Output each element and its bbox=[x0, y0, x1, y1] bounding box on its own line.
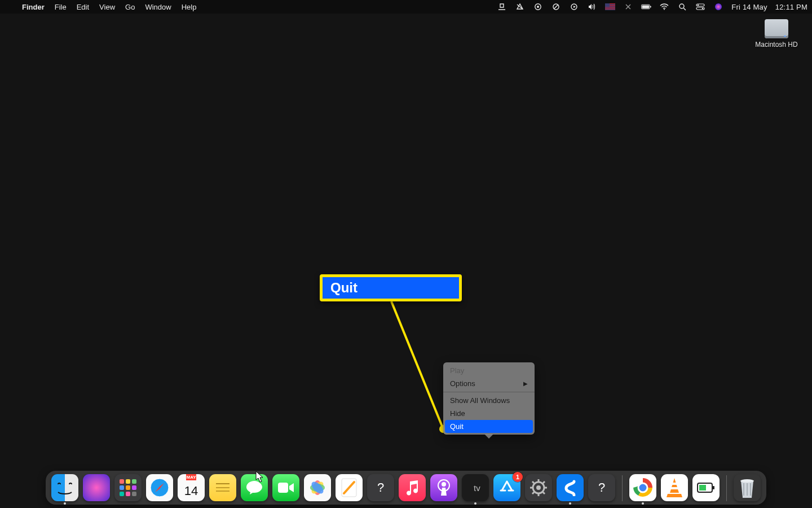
svg-rect-13 bbox=[642, 5, 650, 8]
status-icon-3[interactable] bbox=[533, 2, 543, 12]
ctx-item-quit[interactable]: Quit bbox=[445, 420, 533, 433]
dock-app-calendar[interactable]: MAY14 bbox=[178, 474, 205, 501]
dock-app-unknown-1[interactable]: ? bbox=[367, 474, 394, 501]
dock-app-safari[interactable] bbox=[146, 474, 173, 501]
do-not-disturb-icon[interactable] bbox=[551, 2, 561, 12]
menu-file[interactable]: File bbox=[50, 3, 72, 11]
dock-app-notes[interactable] bbox=[209, 474, 236, 501]
menu-edit[interactable]: Edit bbox=[72, 3, 94, 11]
menu-bar-right: Fri 14 May 12:11 PM bbox=[497, 2, 807, 12]
dock-context-menu: Play Options▶ Show All Windows Hide Quit bbox=[443, 362, 535, 435]
dock-app-battery[interactable] bbox=[692, 474, 720, 501]
dock-app-launchpad[interactable] bbox=[114, 474, 142, 501]
svg-rect-12 bbox=[650, 6, 651, 8]
svg-line-45 bbox=[543, 492, 545, 494]
svg-line-22 bbox=[391, 301, 443, 429]
dock-app-photos[interactable] bbox=[304, 474, 331, 501]
svg-rect-9 bbox=[605, 8, 615, 10]
siri-menu-icon[interactable] bbox=[713, 2, 723, 12]
ctx-menu-arrow bbox=[484, 434, 493, 439]
dock-app-tv[interactable]: tv bbox=[462, 474, 489, 501]
dock-app-facetime[interactable] bbox=[272, 474, 299, 501]
dock-app-appstore[interactable]: 1 bbox=[493, 474, 520, 501]
dock-trash[interactable] bbox=[734, 474, 761, 501]
dock-app-podcasts[interactable] bbox=[430, 474, 457, 501]
dock-app-snagit[interactable] bbox=[557, 474, 584, 501]
dock-inner: MAY14 ? tv 1 ? bbox=[46, 471, 766, 505]
appstore-badge: 1 bbox=[513, 472, 523, 482]
dock-app-messages[interactable] bbox=[241, 474, 268, 501]
svg-point-21 bbox=[715, 3, 722, 10]
svg-line-16 bbox=[684, 8, 686, 10]
ctx-item-show-all[interactable]: Show All Windows bbox=[443, 394, 535, 407]
status-icon-2[interactable] bbox=[515, 2, 525, 12]
drive-icon bbox=[765, 19, 788, 38]
callout-label: Quit bbox=[330, 280, 358, 296]
svg-text:tv: tv bbox=[474, 483, 480, 493]
svg-point-20 bbox=[702, 8, 703, 9]
svg-line-47 bbox=[543, 481, 545, 483]
ctx-item-options[interactable]: Options▶ bbox=[443, 377, 535, 390]
volume-icon[interactable] bbox=[587, 2, 597, 12]
svg-point-56 bbox=[740, 479, 754, 483]
svg-point-39 bbox=[536, 485, 541, 490]
ctx-item-play: Play bbox=[443, 364, 535, 377]
svg-line-3 bbox=[554, 5, 558, 9]
menu-window[interactable]: Window bbox=[140, 3, 176, 11]
menu-bar-date[interactable]: Fri 14 May bbox=[731, 3, 767, 11]
ctx-separator bbox=[443, 392, 535, 392]
svg-rect-51 bbox=[672, 483, 677, 485]
battery-icon[interactable] bbox=[641, 2, 651, 12]
dock-app-finder[interactable] bbox=[51, 474, 78, 501]
spotlight-icon[interactable] bbox=[677, 2, 687, 12]
callout-highlight: Quit bbox=[320, 274, 462, 301]
svg-point-19 bbox=[698, 5, 699, 6]
dock-app-pages[interactable] bbox=[336, 474, 363, 501]
dock-divider-2 bbox=[726, 475, 727, 501]
menu-view[interactable]: View bbox=[94, 3, 120, 11]
menu-help[interactable]: Help bbox=[176, 3, 202, 11]
dock-app-sysprefs[interactable] bbox=[525, 474, 552, 501]
control-center-icon[interactable] bbox=[695, 2, 705, 12]
screen-mirroring-icon[interactable] bbox=[569, 2, 579, 12]
dock-app-music[interactable] bbox=[399, 474, 426, 501]
svg-point-1 bbox=[537, 6, 539, 8]
svg-point-15 bbox=[679, 4, 684, 8]
svg-rect-54 bbox=[713, 486, 714, 489]
dock-app-vlc[interactable] bbox=[661, 474, 688, 501]
svg-rect-55 bbox=[699, 485, 706, 491]
svg-rect-10 bbox=[605, 3, 610, 7]
menu-go[interactable]: Go bbox=[120, 3, 140, 11]
svg-point-35 bbox=[442, 482, 446, 487]
dock-divider bbox=[622, 475, 623, 501]
svg-point-14 bbox=[664, 9, 665, 10]
status-icon-1[interactable] bbox=[497, 2, 507, 12]
desktop-drive[interactable]: Macintosh HD bbox=[753, 19, 800, 49]
status-icon-4[interactable] bbox=[623, 2, 633, 12]
dock: MAY14 ? tv 1 ? bbox=[46, 471, 766, 505]
dock-app-chrome[interactable] bbox=[629, 474, 656, 501]
svg-line-46 bbox=[532, 492, 534, 494]
menu-bar-left: Finder File Edit View Go Window Help bbox=[7, 3, 201, 11]
chevron-right-icon: ▶ bbox=[523, 380, 528, 387]
dock-app-siri[interactable] bbox=[83, 474, 110, 501]
input-source-icon[interactable] bbox=[605, 2, 615, 12]
svg-rect-52 bbox=[671, 487, 678, 489]
menu-bar: Finder File Edit View Go Window Help Fri… bbox=[0, 0, 812, 14]
ctx-item-hide[interactable]: Hide bbox=[443, 407, 535, 420]
callout-leader-line bbox=[0, 0, 812, 508]
app-menu[interactable]: Finder bbox=[17, 3, 50, 11]
menu-bar-time[interactable]: 12:11 PM bbox=[775, 3, 807, 11]
wifi-icon[interactable] bbox=[659, 2, 669, 12]
svg-rect-29 bbox=[278, 483, 288, 493]
drive-label: Macintosh HD bbox=[755, 41, 797, 49]
dock-app-unknown-2[interactable]: ? bbox=[588, 474, 615, 501]
svg-line-44 bbox=[532, 481, 534, 483]
